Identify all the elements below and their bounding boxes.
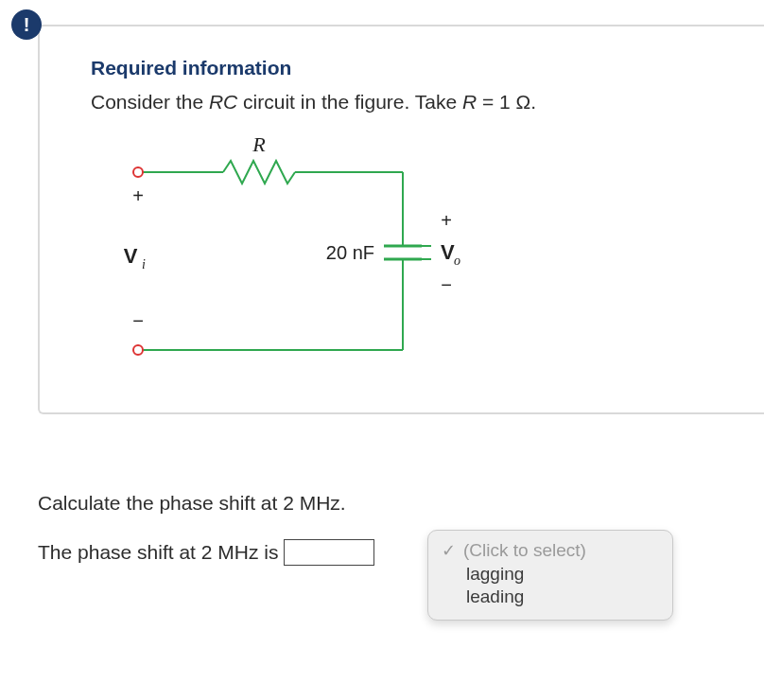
svg-point-8 xyxy=(133,345,143,355)
vo-label-sub: o xyxy=(454,254,460,268)
prompt-rc-italic: RC xyxy=(209,91,237,113)
vo-minus: − xyxy=(441,274,452,295)
capacitor-value: 20 nF xyxy=(326,242,374,263)
vi-plus: + xyxy=(132,185,144,206)
phase-direction-dropdown[interactable]: ✓ (Click to select) lagging leading xyxy=(427,530,673,621)
circuit-diagram: R 20 nF + V i − + V o − xyxy=(100,134,726,380)
prompt-text-1: Consider the xyxy=(91,91,209,113)
answer-row-wrap: The phase shift at 2 MHz is ✓ (Click to … xyxy=(38,539,745,566)
prompt-R-var: R xyxy=(462,91,477,113)
prompt-text-2: circuit in the figure. Take xyxy=(237,91,462,113)
dropdown-option-leading[interactable]: leading xyxy=(442,586,650,608)
required-info-card: Required information Consider the RC cir… xyxy=(38,25,764,414)
problem-prompt: Consider the RC circuit in the figure. T… xyxy=(91,91,726,114)
check-icon: ✓ xyxy=(442,540,456,561)
vi-label-V: V xyxy=(124,244,138,268)
prompt-text-3: = 1 Ω. xyxy=(477,91,536,113)
dropdown-placeholder-text: (Click to select) xyxy=(463,540,586,561)
alert-badge-text: ! xyxy=(24,14,30,36)
vo-label-V: V xyxy=(441,240,455,264)
dropdown-placeholder-row[interactable]: ✓ (Click to select) xyxy=(442,540,650,561)
circuit-svg: R 20 nF + V i − + V o − xyxy=(100,134,488,380)
svg-point-7 xyxy=(133,167,143,177)
question-block: Calculate the phase shift at 2 MHz. The … xyxy=(38,492,745,566)
required-info-title: Required information xyxy=(91,57,726,79)
vi-label-sub: i xyxy=(142,257,146,271)
dropdown-option-lagging[interactable]: lagging xyxy=(442,563,650,586)
vi-minus: − xyxy=(132,310,144,331)
vo-plus: + xyxy=(441,210,452,231)
phase-shift-input[interactable] xyxy=(284,539,374,566)
resistor-label: R xyxy=(252,134,266,156)
question-line: Calculate the phase shift at 2 MHz. xyxy=(38,492,745,515)
alert-badge: ! xyxy=(11,9,42,40)
answer-prefix: The phase shift at 2 MHz is xyxy=(38,541,278,564)
